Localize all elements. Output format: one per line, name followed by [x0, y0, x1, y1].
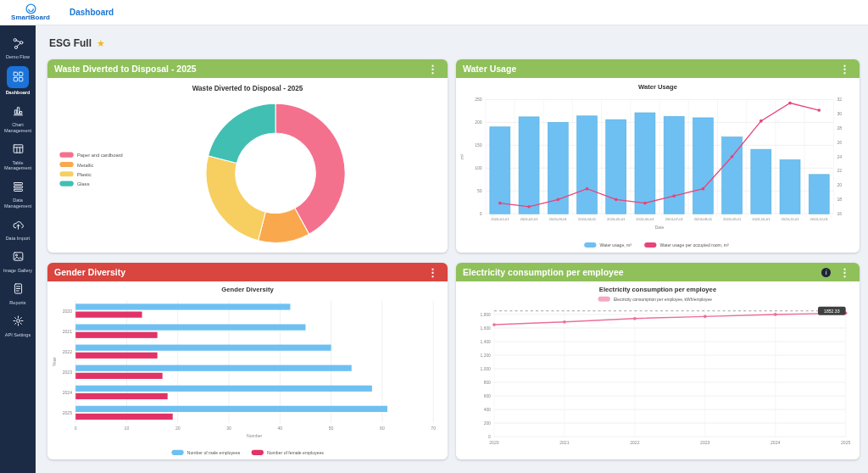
svg-text:1,600: 1,600 — [481, 326, 492, 331]
svg-text:Metallic: Metallic — [77, 163, 94, 168]
kebab-menu-icon[interactable]: ⋮ — [837, 64, 853, 75]
card-electricity: Electricity consumption per employee i ⋮… — [456, 263, 860, 459]
kebab-menu-icon[interactable]: ⋮ — [425, 64, 441, 75]
svg-text:28: 28 — [837, 125, 842, 131]
svg-text:1,400: 1,400 — [481, 340, 492, 344]
sidebar-item-demo-flow[interactable]: Demo Flow — [0, 34, 36, 60]
sidebar-item-label: Data Management — [1, 198, 35, 209]
card-header-water: Water Usage ⋮ — [456, 59, 860, 78]
svg-text:50: 50 — [477, 188, 482, 193]
gender-diversity-chart[interactable]: Gender Diversity010203040506070NumberYea… — [47, 281, 448, 459]
sidebar: Demo FlowDashboardChart ManagementTable … — [0, 25, 36, 473]
svg-text:Water Usage: Water Usage — [638, 83, 677, 91]
svg-text:800: 800 — [484, 381, 491, 385]
card-header-waste: Waste Diverted to Disposal - 2025 ⋮ — [47, 59, 448, 78]
svg-text:2024-01-01: 2024-01-01 — [491, 217, 509, 221]
svg-text:400: 400 — [484, 408, 491, 412]
electricity-chart[interactable]: Electricity consumption per employeeElec… — [456, 281, 860, 459]
svg-text:1,800: 1,800 — [481, 313, 492, 317]
sidebar-item-table-management[interactable]: Table Management — [0, 140, 36, 172]
kebab-menu-icon[interactable]: ⋮ — [837, 267, 853, 278]
sidebar-item-label: Image Gallery — [3, 268, 32, 274]
svg-text:2022: 2022 — [630, 440, 639, 445]
svg-text:2024-06-01: 2024-06-01 — [636, 217, 654, 221]
favorite-star-icon[interactable]: ★ — [97, 38, 105, 49]
waste-doughnut-chart[interactable]: Waste Diverted to Disposal - 2025Paper a… — [47, 78, 448, 253]
svg-text:2024-08-01: 2024-08-01 — [694, 217, 713, 221]
data-icon — [8, 177, 27, 196]
svg-text:2020: 2020 — [63, 309, 73, 314]
svg-text:30: 30 — [837, 111, 842, 116]
page-head: ESG Full ★ — [49, 37, 860, 49]
svg-text:2024-10-01: 2024-10-01 — [752, 217, 771, 221]
svg-text:Paper and cardboard: Paper and cardboard — [77, 153, 123, 158]
svg-text:Electricity consumption per em: Electricity consumption per employee, kW… — [614, 298, 712, 302]
sidebar-item-chart-management[interactable]: Chart Management — [0, 102, 36, 134]
svg-text:0: 0 — [75, 426, 77, 431]
svg-text:26: 26 — [837, 140, 842, 145]
svg-text:2024-07-01: 2024-07-01 — [665, 217, 683, 221]
sidebar-item-label: API Settings — [5, 332, 31, 338]
svg-text:60: 60 — [380, 426, 385, 431]
sidebar-item-label: Data Import — [6, 236, 31, 242]
svg-text:Electricity consumption per em: Electricity consumption per employee — [599, 286, 716, 293]
dashboard-icon — [7, 66, 29, 88]
dashboard-grid: Waste Diverted to Disposal - 2025 ⋮ Wast… — [47, 59, 860, 459]
svg-text:2023: 2023 — [63, 370, 73, 375]
water-usage-chart[interactable]: Water Usage05010015020025016182022242628… — [456, 78, 860, 253]
svg-text:2024-12-01: 2024-12-01 — [810, 217, 829, 221]
sidebar-item-data-import[interactable]: Data Import — [0, 215, 36, 242]
sidebar-item-label: Dashboard — [6, 90, 31, 96]
sidebar-item-dashboard[interactable]: Dashboard — [0, 66, 36, 96]
svg-text:Glass: Glass — [77, 181, 90, 186]
svg-text:100: 100 — [475, 165, 482, 170]
svg-text:2024-11-01: 2024-11-01 — [782, 217, 800, 221]
flow-icon — [8, 34, 27, 53]
svg-text:32: 32 — [837, 97, 842, 102]
svg-text:2024-02-01: 2024-02-01 — [520, 217, 538, 221]
svg-text:2025: 2025 — [841, 440, 850, 445]
svg-text:2022: 2022 — [63, 349, 73, 354]
sidebar-item-reports[interactable]: Reports — [0, 280, 36, 306]
svg-text:250: 250 — [475, 97, 482, 102]
svg-text:Gender Diversity: Gender Diversity — [221, 286, 274, 293]
svg-text:0: 0 — [480, 211, 482, 216]
svg-text:2024-04-01: 2024-04-01 — [578, 217, 597, 221]
kebab-menu-icon[interactable]: ⋮ — [425, 267, 441, 278]
svg-text:2024-03-01: 2024-03-01 — [549, 217, 568, 221]
svg-text:Number of female employees: Number of female employees — [267, 450, 324, 455]
sidebar-item-label: Demo Flow — [6, 54, 30, 60]
svg-text:24: 24 — [837, 154, 842, 159]
svg-text:50: 50 — [329, 426, 334, 431]
gallery-icon — [8, 248, 27, 266]
svg-text:200: 200 — [484, 421, 491, 426]
page-title: ESG Full — [49, 37, 92, 49]
sidebar-item-data-management[interactable]: Data Management — [0, 177, 36, 209]
svg-text:18: 18 — [837, 197, 842, 202]
app-logo[interactable]: SmartBoard — [0, 3, 61, 21]
info-icon[interactable]: i — [821, 268, 831, 277]
card-water-usage: Water Usage ⋮ Water Usage050100150200250… — [456, 59, 860, 253]
svg-text:2021: 2021 — [63, 329, 73, 334]
sidebar-item-image-gallery[interactable]: Image Gallery — [0, 248, 36, 274]
svg-text:600: 600 — [484, 394, 491, 398]
card-header-gender: Gender Diversity ⋮ — [47, 263, 448, 281]
svg-text:Number: Number — [247, 433, 262, 438]
card-title: Waste Diverted to Disposal - 2025 — [54, 64, 425, 74]
svg-text:Waste Diverted to Disposal - 2: Waste Diverted to Disposal - 2025 — [192, 85, 303, 92]
topbar: SmartBoard Dashboard — [0, 0, 868, 25]
svg-text:2024-09-01: 2024-09-01 — [723, 217, 742, 221]
svg-text:Number of male employees: Number of male employees — [187, 450, 241, 455]
svg-text:10: 10 — [125, 426, 130, 431]
topbar-page-title: Dashboard — [70, 8, 114, 17]
svg-text:2024-05-01: 2024-05-01 — [607, 217, 626, 221]
svg-text:0: 0 — [488, 435, 491, 439]
card-title: Water Usage — [463, 64, 837, 74]
sidebar-item-api-settings[interactable]: API Settings — [0, 312, 36, 338]
chart-icon — [8, 102, 27, 120]
card-title: Electricity consumption per employee — [463, 267, 821, 277]
svg-text:Plastic: Plastic — [77, 172, 92, 177]
api-icon — [8, 312, 27, 331]
svg-text:22: 22 — [837, 168, 842, 173]
svg-text:2021: 2021 — [559, 440, 569, 445]
